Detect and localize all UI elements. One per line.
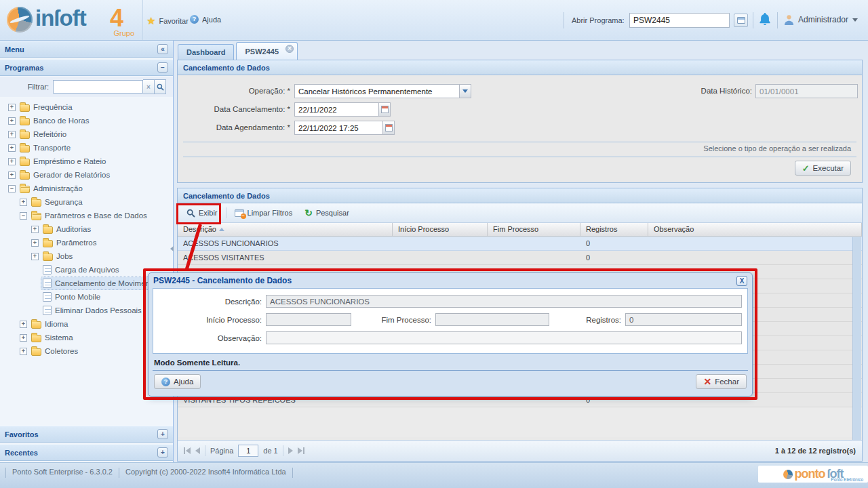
splitter-collapse-icon[interactable]: [170, 246, 174, 251]
collapse-panel-button[interactable]: −: [157, 62, 168, 73]
close-tab-icon[interactable]: ✕: [285, 45, 294, 53]
column-header-fim[interactable]: Fim Processo: [488, 223, 580, 236]
tree-item[interactable]: +Parâmetros: [0, 236, 173, 249]
tree-item[interactable]: Eliminar Dados Pessoais: [0, 304, 173, 317]
tree-item[interactable]: +Segurança: [0, 195, 173, 209]
tree-item[interactable]: +Auditorias: [0, 222, 173, 236]
tree-item[interactable]: +Transporte: [0, 141, 173, 155]
tree-item[interactable]: +Gerador de Relatórios: [0, 168, 173, 182]
tab-dashboard[interactable]: Dashboard: [178, 44, 234, 60]
tree-item-body[interactable]: Idioma: [30, 319, 72, 330]
tree-item[interactable]: −Parâmetros e Base de Dados: [0, 209, 173, 222]
tree-item-body[interactable]: Frequência: [18, 102, 76, 113]
expand-icon[interactable]: +: [20, 199, 27, 206]
expand-icon[interactable]: +: [8, 117, 16, 125]
tree-item-body[interactable]: Cancelamento de Movimenta: [41, 277, 160, 289]
column-header-inicio[interactable]: Início Processo: [393, 223, 488, 236]
expand-icon[interactable]: +: [31, 226, 39, 233]
abrir-programa-input[interactable]: PSW2445: [629, 13, 730, 28]
pesquisar-button[interactable]: ↻ Pesquisar: [300, 207, 353, 219]
data-agendamento-input[interactable]: 22/11/2022 17:25: [294, 121, 383, 135]
tree-item[interactable]: +Banco de Horas: [0, 114, 173, 127]
tree-item-body[interactable]: Segurança: [30, 197, 86, 208]
column-header-registros[interactable]: Registros: [580, 223, 648, 236]
executar-button[interactable]: ✓ Executar: [795, 161, 851, 176]
close-dialog-button[interactable]: X: [736, 276, 747, 286]
expand-icon[interactable]: +: [31, 253, 39, 260]
ajuda-button[interactable]: ? Ajuda: [190, 15, 221, 24]
next-page-button[interactable]: [288, 447, 293, 454]
search-filter-button[interactable]: [155, 79, 166, 94]
dialog-header[interactable]: PSW2445 - Cancelamento de Dados X: [149, 273, 752, 288]
table-row[interactable]: ACESSOS FUNCIONARIOS0: [178, 237, 862, 251]
expand-recentes-button[interactable]: +: [157, 447, 168, 458]
expand-icon[interactable]: +: [8, 131, 16, 138]
tree-item-body[interactable]: Coletores: [30, 346, 81, 357]
expand-icon[interactable]: +: [20, 334, 27, 342]
limpar-filtros-button[interactable]: Limpar Filtros: [231, 207, 297, 219]
dialog-ajuda-button[interactable]: ? Ajuda: [154, 374, 201, 389]
collapse-sidebar-button[interactable]: «: [157, 44, 168, 54]
exibir-button[interactable]: Exibir: [182, 207, 222, 220]
operacao-select[interactable]: Cancelar Históricos Permanentemente: [294, 84, 460, 98]
first-page-button[interactable]: [184, 447, 191, 454]
tree-item[interactable]: Carga de Arquivos: [0, 263, 173, 277]
last-page-button[interactable]: [298, 447, 304, 454]
expand-icon[interactable]: +: [8, 144, 16, 152]
collapse-icon[interactable]: −: [20, 212, 27, 220]
tree-item-body[interactable]: Transporte: [18, 142, 74, 154]
tree-item-body[interactable]: Eliminar Dados Pessoais: [41, 304, 145, 317]
tree-item-body[interactable]: Ponto Mobile: [41, 291, 104, 303]
programas-header[interactable]: Programas −: [0, 59, 173, 76]
tree-item-body[interactable]: Gerador de Relatórios: [18, 169, 113, 181]
data-agendamento-calendar-trigger[interactable]: [382, 121, 395, 135]
tree-item[interactable]: +Idioma: [0, 317, 173, 331]
expand-favoritos-button[interactable]: +: [157, 429, 168, 439]
prev-page-button[interactable]: [195, 447, 200, 454]
user-menu[interactable]: Administrador: [784, 14, 858, 25]
tree-item[interactable]: Cancelamento de Movimenta: [0, 277, 173, 290]
operacao-dropdown-trigger[interactable]: [459, 84, 471, 98]
page-number-input[interactable]: 1: [238, 445, 258, 457]
expand-icon[interactable]: +: [20, 321, 27, 328]
tree-item[interactable]: +Jobs: [0, 249, 173, 263]
tree-item[interactable]: +Refeitório: [0, 127, 173, 141]
column-header-descricao[interactable]: Descrição: [178, 223, 393, 236]
tree-item-body[interactable]: Banco de Horas: [18, 115, 92, 127]
favoritar-button[interactable]: ★ Favoritar: [146, 15, 189, 27]
tree-item-body[interactable]: Jobs: [41, 251, 76, 262]
data-cancelamento-input[interactable]: 22/11/2022: [294, 102, 379, 117]
tree-item-body[interactable]: Administração: [18, 183, 86, 195]
tree-item-body[interactable]: Auditorias: [41, 224, 94, 235]
tree-item-body[interactable]: Sistema: [30, 332, 77, 344]
column-header-observacao[interactable]: Observação: [648, 223, 862, 236]
expand-icon[interactable]: +: [8, 171, 16, 179]
tree-item-body[interactable]: Empréstimo e Rateio: [18, 156, 109, 167]
tree-item-body[interactable]: Carga de Arquivos: [41, 264, 123, 276]
tree-item[interactable]: +Empréstimo e Rateio: [0, 155, 173, 168]
expand-icon[interactable]: +: [8, 104, 16, 111]
tree-item[interactable]: +Frequência: [0, 100, 173, 114]
tree-item[interactable]: +Coletores: [0, 344, 173, 358]
table-row[interactable]: ACESSOS VISITANTES0: [178, 251, 862, 265]
open-program-button[interactable]: [734, 14, 748, 27]
fechar-button[interactable]: ✕ Fechar: [696, 374, 747, 389]
collapse-icon[interactable]: −: [8, 185, 16, 192]
tree-item-body[interactable]: Parâmetros: [41, 237, 100, 249]
tree-item[interactable]: Ponto Mobile: [0, 290, 173, 304]
expand-icon[interactable]: +: [31, 239, 39, 247]
tree-item[interactable]: +Sistema: [0, 331, 173, 344]
tab-psw2445[interactable]: PSW2445 ✕: [236, 42, 298, 60]
recentes-header[interactable]: Recentes +: [0, 444, 173, 461]
clear-filter-button[interactable]: ×: [143, 79, 155, 94]
notifications-button[interactable]: [760, 13, 770, 26]
expand-icon[interactable]: +: [8, 158, 16, 165]
tree-item-body[interactable]: Parâmetros e Base de Dados: [30, 210, 151, 222]
expand-icon[interactable]: +: [20, 348, 27, 355]
data-cancelamento-calendar-trigger[interactable]: [378, 102, 391, 117]
vertical-scrollbar[interactable]: [852, 237, 861, 441]
tree-item-body[interactable]: Refeitório: [18, 129, 70, 140]
filtrar-input[interactable]: [53, 80, 143, 94]
tree-item[interactable]: −Administração: [0, 182, 173, 195]
favoritos-header[interactable]: Favoritos +: [0, 426, 173, 443]
